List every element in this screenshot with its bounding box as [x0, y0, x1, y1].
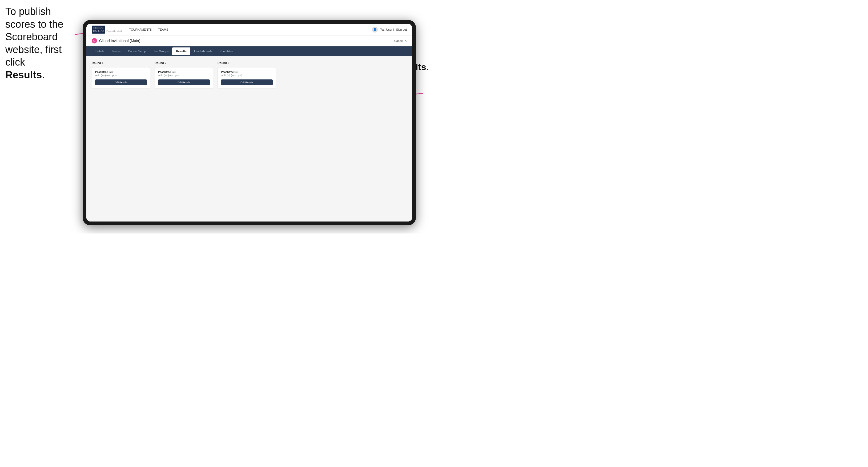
- tab-details[interactable]: Details: [92, 48, 108, 55]
- tab-tee-groups[interactable]: Tee Groups: [150, 48, 172, 55]
- logo-box: SCORE BOARD: [92, 26, 105, 34]
- tab-course-setup[interactable]: Course Setup: [124, 48, 150, 55]
- edit-results-button-3[interactable]: Edit Results: [221, 80, 273, 85]
- edit-results-button-1[interactable]: Edit Results: [95, 80, 147, 85]
- tablet-device: SCORE BOARD Powered by clippd TOURNAMENT…: [83, 20, 416, 225]
- logo-subtitle: Powered by clippd: [106, 30, 122, 32]
- instruction-bold-results: Results: [5, 69, 42, 81]
- tournament-title-row: C Clippd Invitational (Main): [92, 38, 140, 43]
- round-2-course: Peachtree GC: [158, 71, 210, 73]
- edit-results-button-2[interactable]: Edit Results: [158, 80, 210, 85]
- nav-tournaments[interactable]: TOURNAMENTS: [129, 27, 152, 32]
- tab-results[interactable]: Results: [172, 48, 190, 55]
- cancel-x-icon: ✕: [404, 39, 407, 43]
- round-3-detail: Gold (M) (7010 yds): [221, 74, 273, 77]
- tab-leaderboards[interactable]: Leaderboards: [190, 48, 216, 55]
- user-avatar-icon: 👤: [372, 27, 378, 33]
- round-2-title: Round 2: [155, 61, 213, 64]
- round-3-card: Peachtree GC Gold (M) (7010 yds) Edit Re…: [218, 67, 276, 89]
- tab-teams[interactable]: Teams: [108, 48, 124, 55]
- round-3-title: Round 3: [218, 61, 276, 64]
- round-1-detail: Gold (M) (7010 yds): [95, 74, 147, 77]
- round-1-column: Round 1 Peachtree GC Gold (M) (7010 yds)…: [92, 61, 150, 89]
- round-2-card: Peachtree GC Gold (M) (7010 yds) Edit Re…: [155, 67, 213, 89]
- nav-right: 👤 Test User | Sign out: [372, 27, 407, 33]
- rounds-grid: Round 1 Peachtree GC Gold (M) (7010 yds)…: [92, 61, 407, 89]
- round-1-card: Peachtree GC Gold (M) (7010 yds) Edit Re…: [92, 67, 150, 89]
- cancel-button[interactable]: Cancel ✕: [394, 39, 407, 43]
- nav-teams[interactable]: TEAMS: [158, 27, 168, 32]
- sign-out-link[interactable]: Sign out: [396, 28, 407, 31]
- round-2-column: Round 2 Peachtree GC Gold (M) (7010 yds)…: [155, 61, 213, 89]
- tab-printables[interactable]: Printables: [216, 48, 237, 55]
- round-3-column: Round 3 Peachtree GC Gold (M) (7010 yds)…: [218, 61, 276, 89]
- round-3-course: Peachtree GC: [221, 71, 273, 73]
- instruction-text-1: To publish scores to the Scoreboard webs…: [5, 6, 63, 68]
- round-1-course: Peachtree GC: [95, 71, 147, 73]
- round-4-empty-column: [280, 61, 339, 89]
- results-area: Round 1 Peachtree GC Gold (M) (7010 yds)…: [86, 56, 412, 221]
- user-label: Test User |: [380, 28, 394, 31]
- tournament-name: Clippd Invitational (Main): [99, 39, 140, 43]
- clippd-icon: C: [92, 38, 97, 43]
- round-2-detail: Gold (M) (7010 yds): [158, 74, 210, 77]
- nav-links: TOURNAMENTS TEAMS: [129, 27, 372, 32]
- logo-area: SCORE BOARD Powered by clippd: [92, 26, 122, 34]
- tournament-header: C Clippd Invitational (Main) Cancel ✕: [86, 35, 412, 46]
- tablet-screen: SCORE BOARD Powered by clippd TOURNAMENT…: [86, 24, 412, 221]
- tab-bar: Details Teams Course Setup Tee Groups Re…: [86, 46, 412, 56]
- instruction-top-left: To publish scores to the Scoreboard webs…: [5, 5, 80, 81]
- round-1-title: Round 1: [92, 61, 150, 64]
- main-content: C Clippd Invitational (Main) Cancel ✕ De…: [86, 35, 412, 221]
- top-navigation: SCORE BOARD Powered by clippd TOURNAMENT…: [86, 24, 412, 35]
